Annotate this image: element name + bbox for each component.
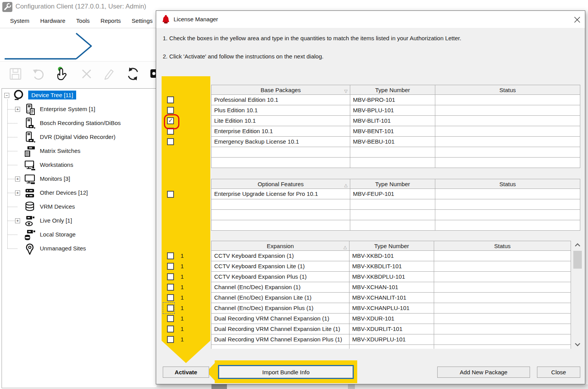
tree-item-other-devices[interactable]: Other Devices [12]	[40, 189, 88, 196]
cell-empty	[211, 345, 349, 349]
base_packages-row: Enterprise Edition 10.1MBV-BENT-101	[211, 126, 580, 137]
cell-type: MBV-BLIT-101	[350, 116, 435, 126]
column-header-type-number[interactable]: Type Number	[350, 85, 435, 95]
checkbox-base-1[interactable]	[167, 107, 174, 114]
expansion-row: Channel (Enc/Dec) Expansion (1)MBV-XCHAN…	[211, 282, 571, 293]
menu-hardware[interactable]: Hardware	[35, 14, 71, 28]
cell-name: CCTV Keyboard Expansion Plus (1)	[211, 272, 349, 282]
tree-item-local-storage[interactable]: Local Storage	[40, 231, 76, 238]
tree-item-dvr[interactable]: DVR (Digital Video Recorder)	[40, 134, 116, 140]
expansion-scrollbar[interactable]	[572, 241, 583, 349]
tree-item-matrix-switch[interactable]: Matrix Switches	[40, 147, 80, 154]
checkbox-expansion-4[interactable]	[167, 294, 174, 301]
cell-type: MBV-XKBDLIT-101	[349, 261, 434, 272]
menu-reports[interactable]: Reports	[95, 14, 126, 28]
quantity-value[interactable]: 1	[181, 284, 184, 290]
tree-item-recording-station[interactable]: Bosch Recording Station/DiBos	[40, 120, 121, 126]
quantity-value[interactable]: 1	[181, 326, 184, 332]
column-header-type-number[interactable]: Type Number	[350, 179, 435, 189]
monitor-icon	[24, 173, 36, 185]
cell-status	[434, 251, 571, 261]
cell-status	[434, 314, 571, 324]
cell-name: CCTV Keyboard Expansion (1)	[211, 251, 349, 261]
column-header-type-number[interactable]: Type Number	[349, 241, 434, 251]
base_packages-row: Lite Edition 10.1MBV-BLIT-101	[211, 116, 580, 126]
cell-status	[434, 261, 571, 272]
import-bundle-info-button[interactable]: Import Bundle Info	[219, 366, 353, 378]
tree-item-unmanaged-sites[interactable]: Unmanaged Sites	[40, 245, 86, 252]
checkbox-base-4[interactable]	[167, 138, 174, 145]
hand-pointer-icon[interactable]	[55, 66, 70, 83]
close-button[interactable]: Close	[537, 367, 580, 378]
quantity-value[interactable]: 1	[181, 252, 184, 259]
column-header-optional-features[interactable]: Optional Features△	[211, 179, 350, 189]
quantity-value[interactable]: 1	[181, 273, 184, 280]
cell-name	[211, 199, 350, 210]
tree-item-live-only[interactable]: Live Only [1]	[40, 217, 72, 224]
tree-item-enterprise-system[interactable]: Enterprise System [1]	[40, 106, 95, 112]
checkbox-expansion-7[interactable]	[167, 326, 174, 332]
expansion-row: CCTV Keyboard Expansion Plus (1)MBV-XKBD…	[211, 272, 571, 282]
cell-type: MBV-XKBD-101	[349, 251, 434, 261]
devices-tab-outline	[0, 29, 159, 61]
cell-name	[211, 210, 350, 220]
column-header-status[interactable]: Status	[435, 179, 580, 189]
tree-item-device-tree[interactable]: Device Tree [11]	[28, 91, 76, 99]
checkbox-expansion-2[interactable]	[167, 273, 174, 280]
tree-guide-stub	[7, 207, 17, 207]
red-circle-annotation	[164, 114, 179, 129]
quantity-value[interactable]: 1	[181, 294, 184, 301]
instruction-step-1: 1. Check the boxes in the yellow area an…	[163, 35, 573, 41]
column-header-status[interactable]: Status	[434, 241, 571, 251]
quantity-value[interactable]: 1	[181, 336, 184, 343]
column-header-base-packages[interactable]: Base Packages▽	[211, 85, 350, 95]
quantity-value[interactable]: 1	[181, 315, 184, 322]
tree-item-monitor[interactable]: Monitors [3]	[40, 175, 70, 182]
cell-name: Emergency Backup License 10.1	[211, 137, 350, 147]
unmanaged-sites-icon	[24, 243, 36, 255]
edit-pencil-icon[interactable]	[102, 67, 116, 82]
checkbox-expansion-1[interactable]	[167, 263, 174, 270]
close-icon[interactable]	[573, 16, 581, 24]
collapse-minus-icon[interactable]: −	[4, 93, 9, 98]
menu-settings[interactable]: Settings	[126, 14, 158, 28]
add-new-package-button[interactable]: Add New Package	[437, 367, 530, 378]
cell-status	[434, 272, 571, 282]
live-only-icon	[24, 215, 36, 227]
checkbox-expansion-3[interactable]	[167, 284, 174, 291]
cell-type: MBV-XDUR-101	[349, 314, 434, 324]
checkbox-expansion-8[interactable]	[167, 336, 174, 343]
menu-tools[interactable]: Tools	[71, 14, 95, 28]
column-header-status[interactable]: Status	[435, 85, 580, 95]
expansion-row: CCTV Keyboard Expansion Lite (1)MBV-XKBD…	[211, 261, 571, 272]
cell-status	[435, 116, 580, 126]
activate-button[interactable]: Activate	[163, 367, 209, 378]
expand-plus-icon[interactable]: +	[15, 107, 20, 112]
menu-system[interactable]: System	[5, 14, 35, 28]
save-icon[interactable]	[9, 67, 22, 82]
expand-plus-icon[interactable]: +	[15, 177, 20, 182]
checkbox-expansion-6[interactable]	[167, 315, 174, 322]
tree-item-vrm-devices[interactable]: VRM Devices	[40, 203, 75, 210]
expand-plus-icon[interactable]: +	[15, 218, 20, 223]
checkbox-expansion-0[interactable]	[167, 252, 174, 259]
quantity-value[interactable]: 1	[181, 305, 184, 311]
scroll-down-icon[interactable]	[574, 342, 581, 349]
quantity-value[interactable]: 1	[181, 263, 184, 269]
cell-type: MBV-XDURPLU-101	[349, 334, 434, 345]
delete-icon[interactable]	[80, 67, 94, 82]
refresh-icon[interactable]	[125, 66, 141, 83]
undo-icon[interactable]	[32, 67, 46, 82]
tree-guide-stub	[7, 235, 17, 235]
scrollbar-thumb[interactable]	[573, 251, 582, 269]
expansion-row: Dual Recording VRM Channel Expansion Plu…	[211, 334, 571, 345]
expand-plus-icon[interactable]: +	[15, 190, 20, 195]
tree-item-workstation[interactable]: Workstations	[40, 161, 73, 168]
window-title: Configuration Client (127.0.0.1, User: A…	[15, 3, 146, 10]
checkbox-optional-0[interactable]	[167, 191, 174, 198]
tabstrip: Devices Maps andStructure	[0, 29, 159, 61]
checkbox-base-0[interactable]	[167, 96, 174, 103]
scroll-up-icon[interactable]	[574, 242, 581, 249]
cell-name: Channel (Enc/Dec) Expansion Lite (1)	[211, 293, 349, 303]
column-header-expansion[interactable]: Expansion△	[211, 241, 349, 251]
